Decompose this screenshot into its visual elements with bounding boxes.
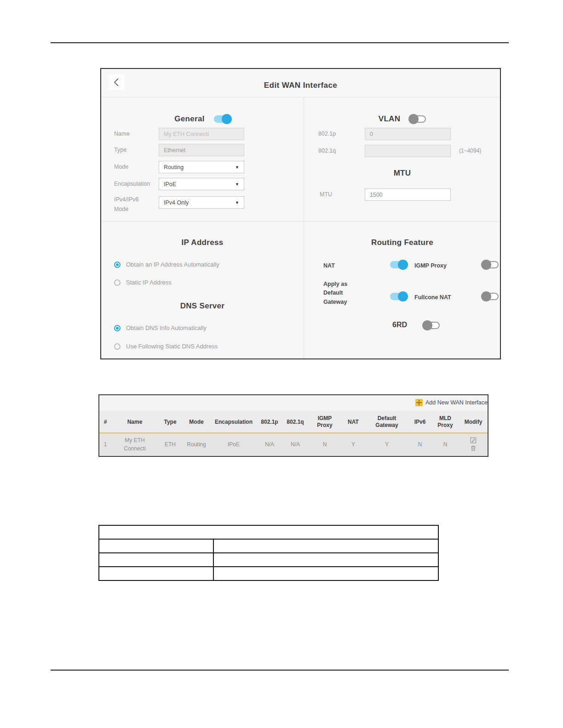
cell-nat: Y [341, 441, 365, 448]
general-toggle[interactable] [214, 115, 230, 123]
dialog-title: Edit WAN Interface [101, 81, 500, 90]
mode-select[interactable]: Routing ▼ [159, 161, 244, 173]
mode-select-value: Routing [164, 164, 184, 171]
vlan-heading: VLAN [379, 114, 400, 124]
mtu-heading-row: MTU [304, 167, 501, 179]
dot1p-label: 802.1p [318, 131, 336, 137]
col-header-mld-proxy: MLD Proxy [431, 415, 459, 429]
name-field: My ETH Connecti [159, 128, 244, 140]
dns-static-radio-label: Use Following Static DNS Address [126, 343, 218, 350]
dot1q-range-hint: (1~4094) [459, 148, 481, 154]
default-gateway-toggle[interactable] [390, 293, 407, 300]
igmp-proxy-toggle[interactable] [482, 261, 499, 268]
col-header-nat: NAT [341, 419, 365, 425]
ip-auto-radio-row[interactable]: Obtain an IP Address Automatically [114, 261, 219, 268]
wan-interfaces-table: Add New WAN Interface # Name Type Mode E… [98, 394, 488, 457]
type-field: Ethernet [159, 144, 244, 156]
dns-auto-radio[interactable] [114, 325, 121, 331]
sixrd-label: 6RD [392, 321, 407, 329]
igmp-proxy-label: IGMP Proxy [414, 262, 447, 270]
cell-8021p: N/A [257, 441, 282, 448]
col-header-encapsulation: Encapsulation [211, 419, 257, 425]
cell-default-gateway: Y [365, 441, 408, 448]
col-header-8021p: 802.1p [257, 419, 282, 425]
cell-name: My ETH Connecti [111, 436, 158, 453]
ip-auto-radio-label: Obtain an IP Address Automatically [126, 261, 219, 268]
mtu-label: MTU [320, 191, 332, 198]
cell-ipv6: N [408, 441, 431, 448]
edit-icon[interactable] [470, 437, 477, 444]
ip-mode-label: IPv4/IPv6 Mode [114, 195, 145, 215]
ip-static-radio-label: Static IP Address [126, 279, 172, 286]
caret-down-icon: ▼ [235, 165, 239, 170]
col-header-mode: Mode [182, 419, 211, 425]
vlan-toggle[interactable] [409, 115, 426, 123]
ip-static-radio[interactable] [114, 279, 121, 286]
vertical-divider [304, 97, 304, 358]
default-gateway-label: Apply as Default Gateway [323, 280, 356, 307]
dns-auto-radio-label: Obtain DNS Info Automatically [126, 324, 207, 331]
cell-8021q: N/A [282, 441, 308, 448]
caption-table-row [99, 566, 438, 580]
cell-encapsulation: IPoE [211, 441, 257, 448]
edit-wan-interface-dialog: Edit WAN Interface General Name My ETH C… [100, 68, 501, 359]
dot1q-label: 802.1q [318, 148, 336, 154]
cell-igmp-proxy: N [308, 441, 341, 448]
dns-server-heading: DNS Server [180, 301, 225, 311]
col-header-8021q: 802.1q [282, 419, 308, 425]
add-new-wan-interface-button[interactable]: Add New WAN Interface [415, 399, 488, 406]
dns-server-heading-row: DNS Server [101, 300, 304, 312]
fullcone-nat-label: Fullcone NAT [414, 293, 451, 302]
dot1p-field: 0 [365, 128, 451, 140]
page-footer-rule [51, 670, 509, 671]
dns-static-radio-row[interactable]: Use Following Static DNS Address [114, 343, 218, 350]
ip-static-radio-row[interactable]: Static IP Address [114, 279, 172, 286]
col-header-default-gateway: Default Gateway [365, 415, 408, 429]
add-new-wan-interface-label: Add New WAN Interface [425, 399, 488, 406]
add-row: Add New WAN Interface [99, 395, 488, 411]
sixrd-toggle[interactable] [423, 322, 440, 329]
cell-num: 1 [99, 441, 111, 448]
col-header-num: # [99, 419, 111, 425]
encapsulation-select[interactable]: IPoE ▼ [159, 178, 244, 190]
page-header-rule [51, 42, 509, 43]
name-label: Name [114, 131, 129, 137]
col-header-ipv6: IPv6 [408, 419, 431, 425]
ip-address-heading-row: IP Address [101, 237, 304, 249]
horizontal-divider [101, 221, 500, 222]
caret-down-icon: ▼ [235, 182, 239, 187]
cell-mld-proxy: N [431, 441, 459, 448]
plus-icon [415, 399, 423, 406]
fullcone-nat-toggle[interactable] [482, 293, 499, 300]
col-header-modify: Modify [459, 419, 488, 425]
vlan-heading-row: VLAN [304, 113, 501, 125]
mtu-heading: MTU [394, 169, 411, 178]
caption-table [98, 525, 439, 581]
col-header-igmp-proxy: IGMP Proxy [308, 415, 341, 429]
general-heading: General [174, 114, 204, 124]
ip-auto-radio[interactable] [114, 262, 121, 268]
cell-modify [459, 437, 488, 451]
col-header-name: Name [111, 419, 158, 425]
col-header-type: Type [158, 419, 182, 425]
nat-label: NAT [323, 262, 335, 270]
general-heading-row: General [101, 113, 304, 125]
caret-down-icon: ▼ [235, 200, 239, 205]
dns-static-radio[interactable] [114, 343, 121, 350]
nat-toggle[interactable] [390, 261, 407, 268]
ip-mode-select[interactable]: IPv4 Only ▼ [159, 196, 244, 209]
routing-feature-heading-row: Routing Feature [304, 237, 501, 249]
caption-table-header-row [99, 526, 438, 539]
cell-type: ETH [158, 441, 182, 448]
encapsulation-select-value: IPoE [164, 181, 176, 188]
dialog-header: Edit WAN Interface [101, 69, 500, 97]
encapsulation-label: Encapsulation [114, 181, 150, 187]
table-header-row: # Name Type Mode Encapsulation 802.1p 80… [99, 411, 488, 433]
cell-mode: Routing [182, 441, 211, 448]
mtu-input[interactable]: 1500 [365, 188, 451, 201]
dns-auto-radio-row[interactable]: Obtain DNS Info Automatically [114, 324, 207, 331]
trash-icon[interactable] [470, 445, 477, 451]
table-row: 1 My ETH Connecti ETH Routing IPoE N/A N… [99, 433, 488, 455]
caption-table-row [99, 539, 438, 552]
ip-address-heading: IP Address [182, 238, 224, 247]
